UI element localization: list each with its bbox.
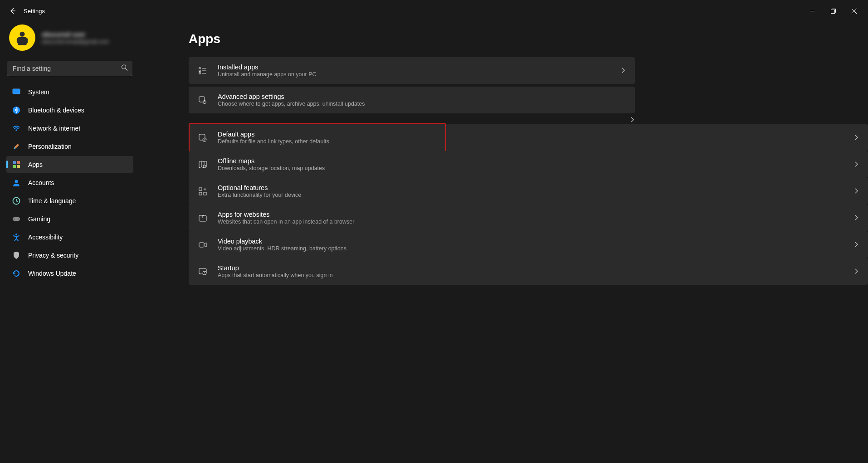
nav-label: Windows Update xyxy=(28,270,76,277)
card-subtitle: Apps that start automatically when you s… xyxy=(218,272,333,278)
nav-list: System Bluetooth & devices Network & int… xyxy=(6,83,133,282)
svg-rect-32 xyxy=(199,243,204,247)
paintbrush-icon xyxy=(12,142,21,151)
search-input[interactable] xyxy=(7,61,132,76)
card-startup[interactable]: Startup Apps that start automatically wh… xyxy=(189,258,868,285)
card-optional-features[interactable]: Optional features Extra functionality fo… xyxy=(189,178,868,205)
svg-rect-20 xyxy=(199,68,200,69)
nav-network[interactable]: Network & internet xyxy=(6,120,133,136)
card-subtitle: Downloads, storage location, map updates xyxy=(218,165,325,171)
person-icon xyxy=(12,178,21,187)
nav-update[interactable]: Windows Update xyxy=(6,265,133,282)
back-button[interactable] xyxy=(4,2,22,20)
card-title: Installed apps xyxy=(218,63,317,71)
update-icon xyxy=(12,269,21,278)
svg-rect-12 xyxy=(13,165,16,168)
card-title: Startup xyxy=(218,264,333,272)
shield-icon xyxy=(12,251,21,260)
nav-time[interactable]: Time & language xyxy=(6,192,133,209)
chevron-right-icon xyxy=(853,241,859,249)
avatar xyxy=(9,24,35,51)
chevron-right-icon xyxy=(853,161,859,169)
card-default-apps[interactable]: Default apps Defaults for file and link … xyxy=(189,124,868,151)
window-title: Settings xyxy=(24,8,45,15)
gamepad-icon xyxy=(12,214,21,224)
card-title: Advanced app settings xyxy=(218,93,365,100)
nav-label: Network & internet xyxy=(28,125,80,132)
search-box xyxy=(7,61,132,76)
nav-accessibility[interactable]: Accessibility xyxy=(6,229,133,245)
bluetooth-icon xyxy=(12,106,21,115)
svg-rect-2 xyxy=(18,37,27,45)
nav-label: System xyxy=(28,88,49,96)
nav-accounts[interactable]: Accounts xyxy=(6,174,133,191)
chevron-right-icon xyxy=(853,268,859,276)
card-installed-apps[interactable]: Installed apps Uninstall and manage apps… xyxy=(189,57,635,84)
svg-rect-6 xyxy=(13,89,20,94)
minimize-button[interactable] xyxy=(802,4,823,18)
close-button[interactable] xyxy=(844,4,864,18)
svg-rect-28 xyxy=(199,188,202,190)
chevron-right-icon xyxy=(853,187,859,195)
svg-point-1 xyxy=(20,32,25,37)
svg-point-14 xyxy=(15,180,18,183)
grid-plus-icon xyxy=(198,186,208,196)
svg-rect-29 xyxy=(199,192,202,195)
settings-cards: Installed apps Uninstall and manage apps… xyxy=(189,57,635,124)
svg-rect-23 xyxy=(199,97,205,102)
nav-label: Accessibility xyxy=(28,234,63,241)
video-icon xyxy=(198,240,208,250)
card-advanced-app-settings[interactable]: Advanced app settings Choose where to ge… xyxy=(189,87,635,113)
chevron-right-icon xyxy=(853,214,859,222)
maximize-button[interactable] xyxy=(823,4,844,18)
svg-point-27 xyxy=(203,165,206,168)
svg-point-17 xyxy=(14,219,15,219)
svg-rect-22 xyxy=(199,73,200,74)
svg-rect-4 xyxy=(26,38,28,43)
profile-email: obscured.email@gmail.com xyxy=(42,39,109,45)
svg-rect-21 xyxy=(199,70,200,71)
card-subtitle: Websites that can open in an app instead… xyxy=(218,219,354,225)
nav-label: Accounts xyxy=(28,179,54,186)
app-gear-icon xyxy=(198,95,208,105)
card-offline-maps[interactable]: Offline maps Downloads, storage location… xyxy=(189,151,868,178)
share-icon xyxy=(198,213,208,223)
card-subtitle: Extra functionality for your device xyxy=(218,192,301,198)
card-title: Default apps xyxy=(218,131,329,138)
window-controls xyxy=(802,4,864,18)
svg-rect-11 xyxy=(17,161,20,164)
apps-icon xyxy=(12,160,21,169)
svg-rect-13 xyxy=(17,165,20,168)
nav-bluetooth[interactable]: Bluetooth & devices xyxy=(6,102,133,118)
nav-system[interactable]: System xyxy=(6,83,133,100)
nav-label: Bluetooth & devices xyxy=(28,107,84,114)
wifi-icon xyxy=(12,124,21,133)
svg-rect-30 xyxy=(204,192,206,195)
startup-icon xyxy=(198,267,208,277)
sidebar: obscured user obscured.email@gmail.com S… xyxy=(0,22,140,463)
card-apps-for-websites[interactable]: Apps for websites Websites that can open… xyxy=(189,205,868,231)
nav-apps[interactable]: Apps xyxy=(6,156,133,173)
profile[interactable]: obscured user obscured.email@gmail.com xyxy=(6,22,133,59)
nav-privacy[interactable]: Privacy & security xyxy=(6,247,133,263)
map-icon xyxy=(198,160,208,170)
clock-icon xyxy=(12,196,21,205)
chevron-right-icon xyxy=(853,134,859,142)
accessibility-icon xyxy=(12,233,21,242)
card-video-playback[interactable]: Video playback Video adjustments, HDR st… xyxy=(189,231,868,258)
svg-point-26 xyxy=(203,138,206,141)
card-title: Offline maps xyxy=(218,157,325,165)
nav-label: Apps xyxy=(28,161,43,168)
system-icon xyxy=(12,88,21,97)
nav-personalization[interactable]: Personalization xyxy=(6,138,133,155)
page-title: Apps xyxy=(189,32,868,46)
svg-point-18 xyxy=(18,219,19,219)
default-apps-icon xyxy=(198,133,208,143)
titlebar: Settings xyxy=(0,0,868,22)
svg-rect-10 xyxy=(13,161,16,164)
list-icon xyxy=(198,66,208,76)
card-subtitle: Choose where to get apps, archive apps, … xyxy=(218,101,365,107)
svg-rect-3 xyxy=(17,38,19,43)
svg-rect-0 xyxy=(831,10,834,13)
nav-gaming[interactable]: Gaming xyxy=(6,210,133,227)
